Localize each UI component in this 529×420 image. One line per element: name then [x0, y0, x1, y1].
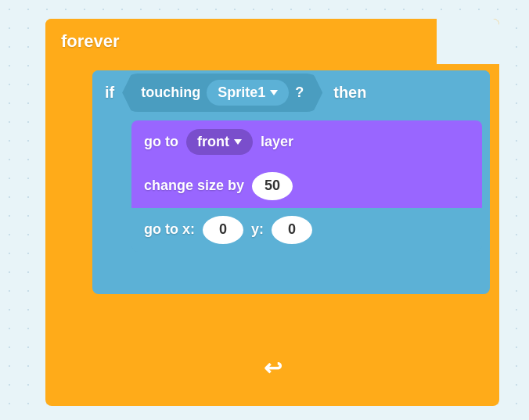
y-value: 0 [288, 221, 296, 238]
front-dropdown[interactable]: front [186, 129, 253, 155]
go-to-xy-block: go to x: 0 y: 0 [131, 208, 482, 252]
if-header: if touching Sprite1 ? then [92, 70, 490, 116]
purple-blocks-container: go to front layer change size by 50 [131, 120, 482, 252]
change-size-block: change size by 50 [131, 164, 482, 208]
sprite-dropdown[interactable]: Sprite1 [207, 80, 289, 106]
sprite-label: Sprite1 [218, 84, 265, 101]
y-value-input[interactable]: 0 [272, 216, 312, 244]
if-inner: go to front layer change size by 50 [92, 116, 490, 288]
x-value: 0 [219, 221, 227, 238]
go-to-text: go to [144, 134, 178, 150]
sprite-dropdown-arrow [270, 90, 278, 95]
forever-block: forever if touching Sprite1 ? th [45, 19, 499, 406]
go-to-layer-block: go to front layer [131, 120, 482, 164]
change-size-text: change size by [144, 178, 244, 194]
then-label: then [333, 84, 366, 102]
front-dropdown-arrow [234, 139, 242, 145]
forever-footer: ↩ [45, 346, 499, 390]
if-label: if [105, 84, 114, 102]
x-value-input[interactable]: 0 [203, 216, 243, 244]
go-to-xy-text: go to x: [144, 221, 195, 238]
question-mark: ? [295, 84, 304, 101]
if-block: if touching Sprite1 ? then [92, 70, 490, 294]
scratch-canvas: forever if touching Sprite1 ? th [22, 11, 507, 410]
y-label: y: [251, 221, 264, 238]
touching-text: touching [141, 84, 200, 101]
forever-header: forever [45, 19, 499, 64]
loop-arrow-icon: ↩ [264, 355, 282, 381]
touching-condition[interactable]: touching Sprite1 ? [122, 74, 322, 112]
size-value-input[interactable]: 50 [252, 172, 293, 200]
size-value: 50 [264, 178, 280, 194]
layer-text: layer [261, 134, 293, 150]
forever-inner: if touching Sprite1 ? then [45, 64, 499, 346]
forever-label: forever [61, 31, 120, 52]
front-label: front [197, 134, 229, 150]
